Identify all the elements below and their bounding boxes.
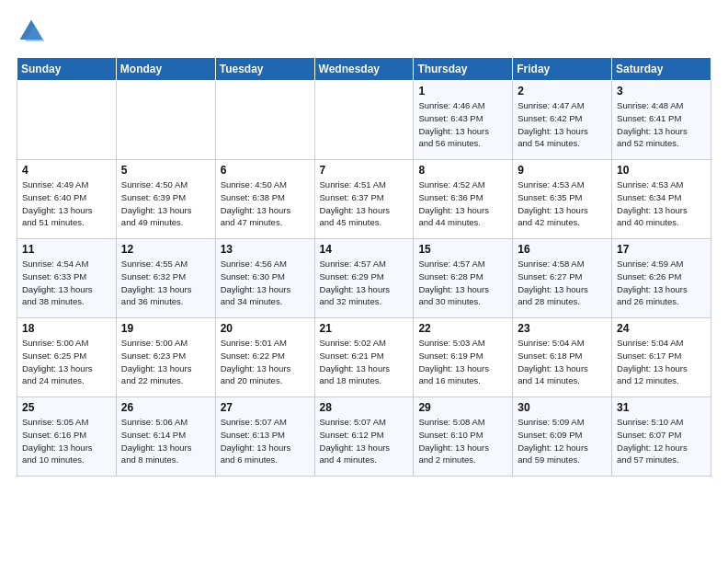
calendar-cell: 21Sunrise: 5:02 AM Sunset: 6:21 PM Dayli… [314,318,414,397]
calendar-cell: 28Sunrise: 5:07 AM Sunset: 6:12 PM Dayli… [314,397,414,477]
day-detail: Sunrise: 4:51 AM Sunset: 6:37 PM Dayligh… [320,178,409,229]
day-number: 17 [617,243,706,256]
day-detail: Sunrise: 4:57 AM Sunset: 6:29 PM Dayligh… [320,258,409,308]
day-number: 11 [22,243,111,256]
logo [17,17,50,46]
day-number: 29 [418,401,507,414]
calendar-cell: 11Sunrise: 4:54 AM Sunset: 6:33 PM Dayli… [17,239,117,318]
calendar-cell [215,81,314,160]
week-row-4: 18Sunrise: 5:00 AM Sunset: 6:25 PM Dayli… [17,318,711,397]
calendar-cell: 13Sunrise: 4:56 AM Sunset: 6:30 PM Dayli… [215,239,314,318]
day-number: 21 [320,322,409,335]
day-number: 3 [617,85,706,98]
calendar-cell: 31Sunrise: 5:10 AM Sunset: 6:07 PM Dayli… [612,397,711,477]
day-detail: Sunrise: 4:52 AM Sunset: 6:36 PM Dayligh… [418,178,507,229]
day-detail: Sunrise: 5:08 AM Sunset: 6:10 PM Dayligh… [418,416,507,466]
calendar-cell: 10Sunrise: 4:53 AM Sunset: 6:34 PM Dayli… [612,160,711,239]
day-number: 20 [221,322,310,335]
day-detail: Sunrise: 5:03 AM Sunset: 6:19 PM Dayligh… [418,337,507,387]
day-detail: Sunrise: 4:49 AM Sunset: 6:40 PM Dayligh… [22,178,111,229]
calendar-cell: 5Sunrise: 4:50 AM Sunset: 6:39 PM Daylig… [116,160,215,239]
day-number: 12 [121,243,210,256]
calendar-cell: 8Sunrise: 4:52 AM Sunset: 6:36 PM Daylig… [414,160,513,239]
day-detail: Sunrise: 4:47 AM Sunset: 6:42 PM Dayligh… [518,99,607,150]
calendar-cell: 16Sunrise: 4:58 AM Sunset: 6:27 PM Dayli… [513,239,612,318]
day-number: 15 [418,243,507,256]
day-number: 13 [221,243,310,256]
day-number: 30 [518,401,607,414]
weekday-header-sunday: Sunday [17,58,117,81]
day-detail: Sunrise: 5:02 AM Sunset: 6:21 PM Dayligh… [320,337,409,387]
calendar-cell: 22Sunrise: 5:03 AM Sunset: 6:19 PM Dayli… [414,318,513,397]
weekday-header-tuesday: Tuesday [215,58,314,81]
logo-icon [17,17,46,46]
weekday-header-row: SundayMondayTuesdayWednesdayThursdayFrid… [17,58,711,81]
calendar-cell: 9Sunrise: 4:53 AM Sunset: 6:35 PM Daylig… [513,160,612,239]
calendar-cell: 18Sunrise: 5:00 AM Sunset: 6:25 PM Dayli… [17,318,117,397]
day-number: 8 [418,164,507,177]
calendar-cell: 12Sunrise: 4:55 AM Sunset: 6:32 PM Dayli… [116,239,215,318]
calendar-page: SundayMondayTuesdayWednesdayThursdayFrid… [0,0,728,486]
calendar-cell: 2Sunrise: 4:47 AM Sunset: 6:42 PM Daylig… [513,81,612,160]
calendar-cell: 4Sunrise: 4:49 AM Sunset: 6:40 PM Daylig… [17,160,117,239]
calendar-cell: 7Sunrise: 4:51 AM Sunset: 6:37 PM Daylig… [314,160,414,239]
day-detail: Sunrise: 4:56 AM Sunset: 6:30 PM Dayligh… [221,258,310,308]
day-number: 31 [617,401,706,414]
weekday-header-wednesday: Wednesday [314,58,414,81]
calendar-cell: 19Sunrise: 5:00 AM Sunset: 6:23 PM Dayli… [116,318,215,397]
day-number: 2 [518,85,607,98]
weekday-header-monday: Monday [116,58,215,81]
day-number: 23 [518,322,607,335]
day-number: 4 [22,164,111,177]
day-number: 10 [617,164,706,177]
day-number: 27 [221,401,310,414]
day-number: 22 [418,322,507,335]
day-detail: Sunrise: 4:48 AM Sunset: 6:41 PM Dayligh… [617,99,706,150]
calendar-cell: 25Sunrise: 5:05 AM Sunset: 6:16 PM Dayli… [17,397,117,477]
calendar-cell: 15Sunrise: 4:57 AM Sunset: 6:28 PM Dayli… [414,239,513,318]
calendar-cell: 3Sunrise: 4:48 AM Sunset: 6:41 PM Daylig… [612,81,711,160]
day-detail: Sunrise: 5:07 AM Sunset: 6:13 PM Dayligh… [221,416,310,466]
calendar-cell: 24Sunrise: 5:04 AM Sunset: 6:17 PM Dayli… [612,318,711,397]
calendar-cell: 26Sunrise: 5:06 AM Sunset: 6:14 PM Dayli… [116,397,215,477]
calendar-cell [116,81,215,160]
day-detail: Sunrise: 5:07 AM Sunset: 6:12 PM Dayligh… [320,416,409,466]
day-detail: Sunrise: 5:04 AM Sunset: 6:18 PM Dayligh… [518,337,607,387]
day-number: 18 [22,322,111,335]
day-number: 14 [320,243,409,256]
day-detail: Sunrise: 4:55 AM Sunset: 6:32 PM Dayligh… [121,258,210,308]
day-detail: Sunrise: 4:58 AM Sunset: 6:27 PM Dayligh… [518,258,607,308]
day-detail: Sunrise: 4:59 AM Sunset: 6:26 PM Dayligh… [617,258,706,308]
day-detail: Sunrise: 4:46 AM Sunset: 6:43 PM Dayligh… [418,99,507,150]
weekday-header-thursday: Thursday [414,58,513,81]
day-number: 25 [22,401,111,414]
day-detail: Sunrise: 4:57 AM Sunset: 6:28 PM Dayligh… [418,258,507,308]
day-detail: Sunrise: 4:50 AM Sunset: 6:38 PM Dayligh… [221,178,310,229]
day-detail: Sunrise: 4:50 AM Sunset: 6:39 PM Dayligh… [121,178,210,229]
calendar-cell: 17Sunrise: 4:59 AM Sunset: 6:26 PM Dayli… [612,239,711,318]
day-detail: Sunrise: 5:05 AM Sunset: 6:16 PM Dayligh… [22,416,111,466]
calendar-cell [314,81,414,160]
day-number: 16 [518,243,607,256]
calendar-cell: 20Sunrise: 5:01 AM Sunset: 6:22 PM Dayli… [215,318,314,397]
day-number: 6 [221,164,310,177]
day-number: 1 [418,85,507,98]
day-detail: Sunrise: 5:09 AM Sunset: 6:09 PM Dayligh… [518,416,607,466]
day-detail: Sunrise: 5:10 AM Sunset: 6:07 PM Dayligh… [617,416,706,466]
day-detail: Sunrise: 5:01 AM Sunset: 6:22 PM Dayligh… [221,337,310,387]
calendar-cell: 30Sunrise: 5:09 AM Sunset: 6:09 PM Dayli… [513,397,612,477]
day-number: 7 [320,164,409,177]
day-number: 26 [121,401,210,414]
day-detail: Sunrise: 4:53 AM Sunset: 6:35 PM Dayligh… [518,178,607,229]
day-detail: Sunrise: 5:00 AM Sunset: 6:23 PM Dayligh… [121,337,210,387]
day-number: 9 [518,164,607,177]
day-detail: Sunrise: 5:04 AM Sunset: 6:17 PM Dayligh… [617,337,706,387]
week-row-2: 4Sunrise: 4:49 AM Sunset: 6:40 PM Daylig… [17,160,711,239]
week-row-1: 1Sunrise: 4:46 AM Sunset: 6:43 PM Daylig… [17,81,711,160]
week-row-5: 25Sunrise: 5:05 AM Sunset: 6:16 PM Dayli… [17,397,711,477]
calendar-cell: 27Sunrise: 5:07 AM Sunset: 6:13 PM Dayli… [215,397,314,477]
calendar-cell: 1Sunrise: 4:46 AM Sunset: 6:43 PM Daylig… [414,81,513,160]
calendar-cell: 6Sunrise: 4:50 AM Sunset: 6:38 PM Daylig… [215,160,314,239]
calendar-cell: 23Sunrise: 5:04 AM Sunset: 6:18 PM Dayli… [513,318,612,397]
day-detail: Sunrise: 5:00 AM Sunset: 6:25 PM Dayligh… [22,337,111,387]
